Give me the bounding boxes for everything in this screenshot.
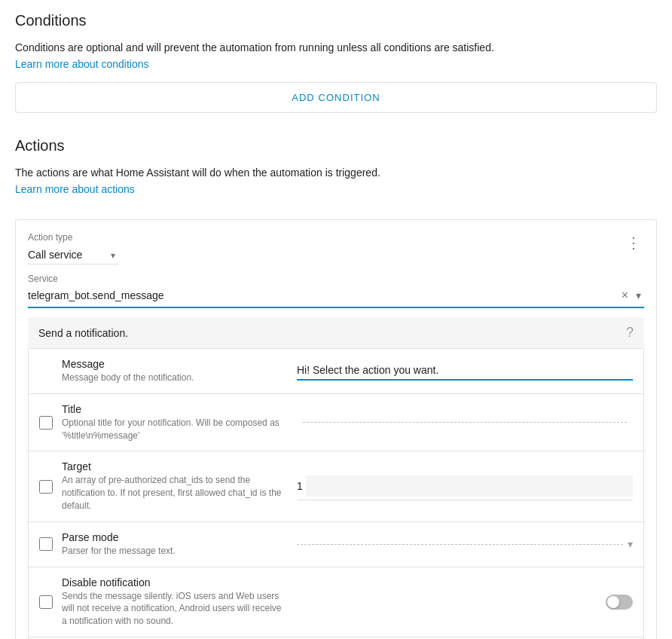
action-type-select-wrapper: Call service ▾: [28, 246, 118, 264]
param-control-message: [297, 361, 633, 381]
message-input[interactable]: [297, 361, 633, 381]
notification-text: Send a notification.: [38, 327, 128, 339]
action-card-header: Action type Call service ▾ ⋮: [28, 232, 644, 264]
param-name-parse-mode: Parse mode: [62, 531, 288, 543]
conditions-description: Conditions are optional and will prevent…: [15, 41, 657, 54]
actions-heading: Actions: [15, 137, 657, 154]
param-desc-target: An array of pre-authorized chat_ids to s…: [62, 474, 288, 512]
service-dropdown-button[interactable]: ▾: [633, 288, 644, 303]
param-desc-disable-notification: Sends the message silently. iOS users an…: [62, 590, 288, 628]
param-info-parse-mode: Parse mode Parser for the message text.: [62, 531, 288, 558]
help-icon[interactable]: ?: [626, 325, 634, 341]
actions-description: The actions are what Home Assistant will…: [15, 167, 657, 179]
param-info-disable-notification: Disable notification Sends the message s…: [62, 576, 288, 628]
param-name-target: Target: [62, 460, 288, 472]
action-type-field: Action type Call service ▾: [28, 232, 118, 264]
target-input-row: 1: [297, 472, 633, 500]
param-desc-parse-mode: Parser for the message text.: [62, 545, 288, 558]
service-field-wrapper: Service × ▾: [28, 274, 644, 308]
target-input[interactable]: [306, 475, 633, 497]
service-label: Service: [28, 274, 644, 284]
param-row-target: Target An array of pre-authorized chat_i…: [29, 451, 643, 521]
param-info-message: Message Message body of the notification…: [62, 358, 288, 384]
param-name-disable-notification: Disable notification: [62, 576, 288, 589]
param-desc-title: Optional title for your notification. Wi…: [62, 417, 288, 442]
target-checkbox[interactable]: [39, 480, 53, 494]
title-checkbox[interactable]: [39, 416, 53, 430]
service-input-row: × ▾: [28, 287, 644, 308]
service-input[interactable]: [28, 289, 617, 301]
param-info-title: Title Optional title for your notificati…: [62, 403, 288, 442]
param-control-disable-notification: [297, 595, 633, 610]
conditions-heading: Conditions: [15, 12, 657, 29]
service-clear-button[interactable]: ×: [617, 287, 633, 304]
parse-mode-dropdown-icon[interactable]: ▾: [628, 538, 633, 550]
param-desc-message: Message body of the notification.: [62, 371, 288, 384]
params-table: Message Message body of the notification…: [28, 348, 644, 639]
disable-notification-checkbox[interactable]: [39, 595, 53, 609]
param-row-message: Message Message body of the notification…: [29, 349, 643, 394]
more-options-button[interactable]: ⋮: [623, 232, 644, 253]
param-control-title: [297, 422, 633, 423]
action-type-select[interactable]: Call service: [28, 246, 118, 264]
param-row-parse-mode: Parse mode Parser for the message text. …: [29, 522, 643, 567]
title-dashed-line: [303, 422, 627, 423]
param-name-title: Title: [62, 403, 288, 415]
param-row-title: Title Optional title for your notificati…: [29, 394, 643, 452]
action-type-label: Action type: [28, 232, 118, 243]
parse-mode-checkbox[interactable]: [39, 537, 53, 551]
notification-bar: Send a notification. ?: [28, 317, 644, 348]
conditions-learn-more-link[interactable]: Learn more about conditions: [15, 58, 148, 70]
target-prefix: 1: [297, 480, 303, 492]
add-condition-button[interactable]: ADD CONDITION: [15, 82, 657, 113]
param-name-message: Message: [62, 358, 288, 370]
param-info-target: Target An array of pre-authorized chat_i…: [62, 460, 288, 512]
parse-mode-dashed-line: [297, 544, 623, 545]
actions-learn-more-link[interactable]: Learn more about actions: [15, 183, 135, 195]
param-control-parse-mode: ▾: [297, 538, 633, 550]
action-card: Action type Call service ▾ ⋮ Service ×: [15, 219, 657, 639]
param-control-target: 1: [297, 472, 633, 500]
disable-notification-toggle[interactable]: [606, 595, 633, 610]
param-row-disable-notification: Disable notification Sends the message s…: [29, 567, 643, 637]
